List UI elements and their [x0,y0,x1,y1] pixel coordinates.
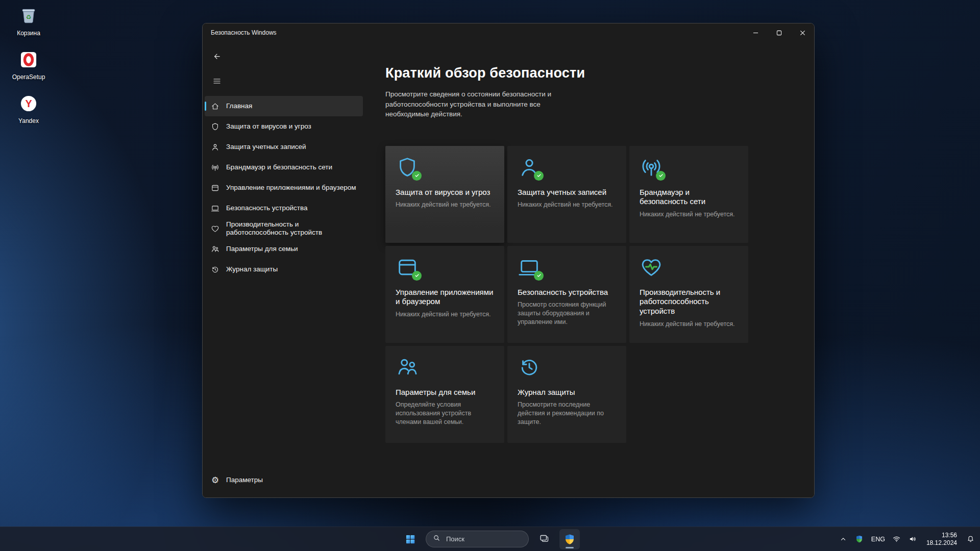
sidebar-item-firewall-network[interactable]: Брандмауэр и безопасность сети [205,157,363,178]
search-input[interactable] [445,535,522,543]
sidebar-item-family-options[interactable]: Параметры для семьи [205,239,363,259]
tile-title: Управление приложениями и браузером [396,288,494,307]
desktop-icon-label: Корзина [17,30,40,37]
sidebar-item-label: Защита учетных записей [226,143,306,151]
tile-family-options[interactable]: Параметры для семьи Определяйте условия … [385,346,504,443]
tray-date: 18.12.2024 [926,539,957,547]
svg-text:♻: ♻ [26,14,32,21]
back-button[interactable] [209,49,225,64]
tile-description: Определяйте условия использования устрой… [396,400,494,427]
tile-description: Просмотр состояния функций защиты оборуд… [518,300,616,327]
window-title: Безопасность Windows [203,29,744,36]
sidebar-item-label: Брандмауэр и безопасность сети [226,163,332,171]
tile-description: Никаких действий не требуется. [640,320,738,329]
sidebar-item-account-protection[interactable]: Защита учетных записей [205,137,363,157]
status-ok-badge [534,171,544,181]
sidebar-item-label: Параметры [226,476,263,484]
sidebar-item-app-browser-control[interactable]: Управление приложениями и браузером [205,178,363,198]
close-button[interactable] [791,23,814,42]
sidebar-item-label: Управление приложениями и браузером [226,184,356,192]
tile-account-protection[interactable]: Защита учетных записей Никаких действий … [507,146,626,243]
menu-toggle-button[interactable] [209,73,225,89]
start-button[interactable] [400,529,421,549]
desktop-icon-yandex[interactable]: Y Yandex [6,94,51,124]
tile-title: Производительность и работоспособность у… [640,288,738,316]
tile-device-security[interactable]: Безопасность устройства Просмотр состоян… [507,246,626,343]
clock-date[interactable]: 13:56 18.12.2024 [923,529,961,549]
windows-security-taskbar-button[interactable] [559,529,580,549]
window-titlebar[interactable]: Безопасность Windows [203,23,814,42]
desktop-icon-operasetup[interactable]: OperaSetup [6,50,51,81]
window-controls [744,23,814,42]
desktop-icon-label: OperaSetup [12,74,45,81]
sidebar-item-label: Защита от вирусов и угроз [226,122,311,131]
page-subtitle: Просмотрите сведения о состоянии безопас… [385,89,573,119]
security-sidebar: Главная Защита от вирусов и угроз [203,42,365,497]
tile-title: Брандмауэр и безопасность сети [640,188,738,207]
maximize-button[interactable] [767,23,791,42]
minimize-button[interactable] [744,23,767,42]
tile-firewall-network[interactable]: Брандмауэр и безопасность сети Никаких д… [629,146,748,243]
sidebar-item-settings[interactable]: ⚙ Параметры [205,469,363,491]
tile-description: Никаких действий не требуется. [640,210,738,219]
opera-setup-icon [19,50,38,71]
person-icon [518,156,541,179]
tile-title: Защита от вирусов и угроз [396,188,494,197]
running-app-indicator [566,547,574,548]
language-indicator[interactable]: ENG [869,529,887,549]
security-overview-content: Краткий обзор безопасности Просмотрите с… [365,42,814,497]
taskbar-tray: ENG 13:56 18.12.2024 [837,527,977,551]
sidebar-item-label: Безопасность устройства [226,204,307,212]
tile-description: Никаких действий не требуется. [518,201,616,209]
defender-tray-icon[interactable] [853,529,866,549]
tile-device-performance-health[interactable]: Производительность и работоспособность у… [629,246,748,343]
selected-indicator [205,102,206,111]
sidebar-item-label: Параметры для семьи [226,245,298,253]
taskbar-search[interactable] [426,531,529,547]
sidebar-item-device-security[interactable]: Безопасность устройства [205,198,363,218]
tile-title: Безопасность устройства [518,288,616,297]
desktop-icon-recycle-bin[interactable]: ♻ Корзина [6,6,51,37]
tile-virus-threat-protection[interactable]: Защита от вирусов и угроз Никаких действ… [385,146,504,243]
tile-description: Никаких действий не требуется. [396,201,494,209]
status-ok-badge [412,171,422,181]
tile-description: Просмотрите последние действия и рекомен… [518,400,616,427]
person-icon [211,143,219,152]
network-antenna-icon [211,163,219,172]
sidebar-item-label: Производительность и работоспособность у… [226,220,357,237]
task-view-button[interactable] [534,529,554,549]
shield-icon [396,156,419,179]
tile-description: Никаких действий не требуется. [396,310,494,319]
sidebar-item-label: Журнал защиты [226,265,278,273]
sidebar-item-virus-threat-protection[interactable]: Защита от вирусов и угроз [205,116,363,137]
tile-protection-history[interactable]: Журнал защиты Просмотрите последние дейс… [507,346,626,443]
tile-title: Параметры для семьи [396,388,494,397]
heart-pulse-icon [640,256,663,279]
tile-title: Защита учетных записей [518,188,616,197]
heart-pulse-icon [211,224,219,233]
sidebar-item-protection-history[interactable]: Журнал защиты [205,259,363,280]
desktop-icon-label: Yandex [18,118,39,124]
tile-app-browser-control[interactable]: Управление приложениями и браузером Ника… [385,246,504,343]
taskbar: ENG 13:56 18.12.2024 [0,527,980,551]
tray-time: 13:56 [942,532,957,539]
volume-icon[interactable] [906,529,920,549]
status-ok-badge [534,271,544,281]
history-clock-icon [518,356,541,379]
status-ok-badge [412,271,422,281]
page-title: Краткий обзор безопасности [385,65,814,81]
laptop-icon [211,204,219,213]
sidebar-item-device-performance-health[interactable]: Производительность и работоспособность у… [205,218,363,239]
wifi-icon[interactable] [890,529,903,549]
search-icon [433,534,440,544]
sidebar-spacer [203,280,365,469]
laptop-icon [518,256,541,279]
notification-bell-icon[interactable] [964,529,977,549]
gear-icon: ⚙ [211,476,219,485]
app-window-icon [396,256,419,279]
tray-chevron-up-icon[interactable] [837,529,850,549]
security-tile-grid: Защита от вирусов и угроз Никаких действ… [385,146,749,443]
sidebar-item-home[interactable]: Главная [205,96,363,116]
family-icon [211,245,219,254]
tile-title: Журнал защиты [518,388,616,397]
